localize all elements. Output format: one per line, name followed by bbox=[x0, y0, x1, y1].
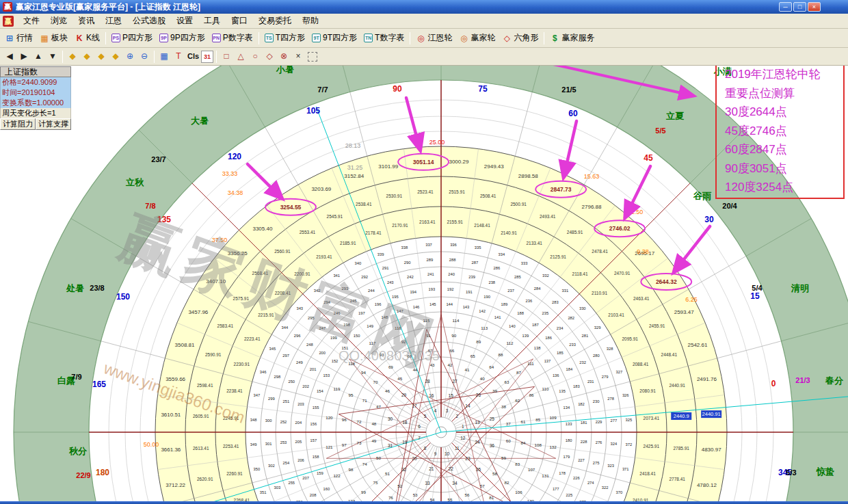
menu-bar: 赢 文件浏览资讯江恩公式选股设置工具窗口交易委托帮助 bbox=[0, 14, 848, 29]
svg-text:108: 108 bbox=[535, 442, 542, 447]
diamond-tool-4[interactable]: ◆ bbox=[109, 50, 122, 64]
toolbar-button-gann-wheel[interactable]: ◎江恩轮 bbox=[412, 30, 455, 46]
svg-text:2260.91: 2260.91 bbox=[226, 471, 243, 476]
svg-text:3254.55: 3254.55 bbox=[280, 204, 302, 211]
minimize-button[interactable]: ─ bbox=[779, 2, 792, 12]
svg-text:24: 24 bbox=[475, 440, 481, 445]
menu-item-5[interactable]: 公式选股 bbox=[127, 13, 171, 29]
t-marker-button[interactable]: T bbox=[172, 50, 185, 64]
toolbar-button-winner-service[interactable]: $赢家服务 bbox=[546, 30, 598, 46]
annotation-lines: 2019年江恩轮中轮重要点位测算30度2644点45度2746点60度2847点… bbox=[725, 65, 843, 197]
svg-text:106: 106 bbox=[515, 490, 522, 494]
svg-text:139: 139 bbox=[522, 334, 529, 338]
svg-text:2785.91: 2785.91 bbox=[673, 446, 689, 451]
triangle-tool[interactable]: △ bbox=[234, 50, 248, 64]
svg-text:226: 226 bbox=[573, 476, 580, 480]
svg-text:281: 281 bbox=[582, 334, 589, 338]
svg-text:180: 180 bbox=[566, 438, 572, 442]
svg-text:184: 184 bbox=[566, 367, 573, 371]
svg-text:51: 51 bbox=[385, 471, 390, 476]
cls-button[interactable]: Cls bbox=[186, 50, 200, 64]
nav-left-button[interactable]: ◀ bbox=[3, 50, 16, 64]
menu-item-7[interactable]: 工具 bbox=[198, 13, 226, 29]
toolbar-button-hexagon[interactable]: ◇六角形 bbox=[499, 30, 542, 46]
toolbar-button-9t-square[interactable]: 9T9T四方形 bbox=[308, 30, 360, 46]
maximize-button[interactable]: □ bbox=[793, 2, 806, 12]
svg-text:292: 292 bbox=[361, 275, 368, 279]
svg-text:2418.41: 2418.41 bbox=[639, 471, 656, 476]
svg-text:2898.58: 2898.58 bbox=[518, 173, 538, 179]
svg-text:230: 230 bbox=[593, 399, 600, 403]
svg-text:182: 182 bbox=[578, 402, 585, 406]
zoom-in-button[interactable]: ⊕ bbox=[123, 50, 137, 64]
svg-text:229: 229 bbox=[596, 420, 602, 424]
annotation-line-6: 90度3051点 bbox=[725, 159, 843, 178]
svg-text:351: 351 bbox=[260, 490, 267, 494]
svg-text:185: 185 bbox=[557, 351, 564, 355]
svg-text:23/8: 23/8 bbox=[90, 284, 104, 292]
diamond-tool-3[interactable]: ◆ bbox=[94, 50, 108, 64]
svg-text:25.00: 25.00 bbox=[429, 139, 445, 146]
calc-resistance-button[interactable]: 计算阻力 bbox=[0, 118, 36, 130]
svg-text:73: 73 bbox=[357, 440, 362, 445]
svg-text:39: 39 bbox=[492, 388, 497, 393]
diamond-outline-tool[interactable]: ◇ bbox=[263, 50, 276, 64]
menu-item-10[interactable]: 帮助 bbox=[297, 13, 324, 29]
svg-text:2080.91: 2080.91 bbox=[639, 388, 656, 393]
calendar-button[interactable]: 31 bbox=[201, 51, 213, 63]
svg-text:99: 99 bbox=[361, 490, 366, 494]
toolbar-button-kline[interactable]: KK线 bbox=[71, 30, 103, 46]
select-tool[interactable] bbox=[308, 52, 317, 62]
menu-item-8[interactable]: 窗口 bbox=[226, 13, 253, 29]
toolbar-button-t-square[interactable]: TST四方形 bbox=[261, 30, 308, 46]
svg-text:183: 183 bbox=[573, 384, 580, 388]
delete-tool[interactable]: × bbox=[291, 50, 305, 64]
nav-down-button[interactable]: ▼ bbox=[46, 50, 59, 64]
svg-text:立秋: 立秋 bbox=[125, 177, 144, 187]
title-bar[interactable]: 赢 赢家江恩专业版[赢家服务平台] - [上证指数 江恩轮] ─□× bbox=[0, 0, 848, 14]
svg-text:17: 17 bbox=[412, 403, 417, 408]
toolbar-button-9p-square[interactable]: 9P9P四方形 bbox=[156, 30, 209, 46]
circle-tool[interactable]: ○ bbox=[248, 50, 262, 64]
toolbar-button-sectors[interactable]: ▦板块 bbox=[36, 30, 71, 46]
menu-item-2[interactable]: 浏览 bbox=[45, 13, 72, 29]
circle-cross-tool[interactable]: ⊗ bbox=[277, 50, 291, 64]
toolbar-button-winner-wheel[interactable]: ◎赢家轮 bbox=[455, 30, 499, 46]
svg-text:255: 255 bbox=[288, 481, 295, 485]
annotation-line-5: 60度2847点 bbox=[725, 140, 843, 159]
diamond-tool-2[interactable]: ◆ bbox=[80, 50, 94, 64]
t-square-icon: TS bbox=[265, 34, 274, 42]
nav-right-button[interactable]: ▶ bbox=[17, 50, 31, 64]
svg-text:371: 371 bbox=[622, 467, 629, 471]
toolbar-button-label: P四方形 bbox=[122, 32, 153, 44]
diamond-tool-1[interactable]: ◆ bbox=[66, 50, 79, 64]
toolbar-button-p-square[interactable]: PSP四方形 bbox=[108, 30, 156, 46]
zoom-out-button[interactable]: ⊖ bbox=[137, 50, 151, 64]
svg-text:238: 238 bbox=[488, 280, 495, 284]
svg-text:5/5: 5/5 bbox=[655, 127, 665, 135]
close-button[interactable]: × bbox=[808, 2, 821, 12]
svg-text:143: 143 bbox=[463, 305, 470, 309]
svg-text:234: 234 bbox=[557, 326, 564, 330]
toolbar-button-quotes-grid[interactable]: ⊞行情 bbox=[1, 30, 36, 46]
menu-item-4[interactable]: 江恩 bbox=[100, 13, 127, 29]
menu-item-9[interactable]: 交易委托 bbox=[253, 13, 297, 29]
nav-up-button[interactable]: ▲ bbox=[31, 50, 45, 64]
menu-item-3[interactable]: 资讯 bbox=[72, 13, 100, 29]
toolbar-button-t-number-table[interactable]: TNT数字表 bbox=[360, 30, 408, 46]
svg-text:122: 122 bbox=[333, 473, 341, 478]
grid-view-button[interactable]: ▦ bbox=[157, 50, 171, 64]
menu-item-1[interactable]: 文件 bbox=[18, 13, 45, 29]
toolbar-button-label: 行情 bbox=[16, 32, 33, 44]
rect-tool[interactable]: □ bbox=[220, 50, 233, 64]
svg-text:338: 338 bbox=[401, 246, 408, 250]
svg-text:232: 232 bbox=[579, 360, 586, 364]
toolbar-button-p-number-table[interactable]: PNP数字表 bbox=[209, 30, 256, 46]
svg-text:2485.91: 2485.91 bbox=[567, 230, 583, 235]
svg-text:76: 76 bbox=[388, 495, 393, 500]
menu-item-6[interactable]: 设置 bbox=[171, 13, 198, 29]
svg-text:3661.36: 3661.36 bbox=[161, 447, 181, 453]
calc-support-button[interactable]: 计算支撑 bbox=[36, 118, 71, 130]
svg-text:2140.91: 2140.91 bbox=[501, 230, 517, 235]
svg-text:15: 15 bbox=[449, 393, 454, 398]
